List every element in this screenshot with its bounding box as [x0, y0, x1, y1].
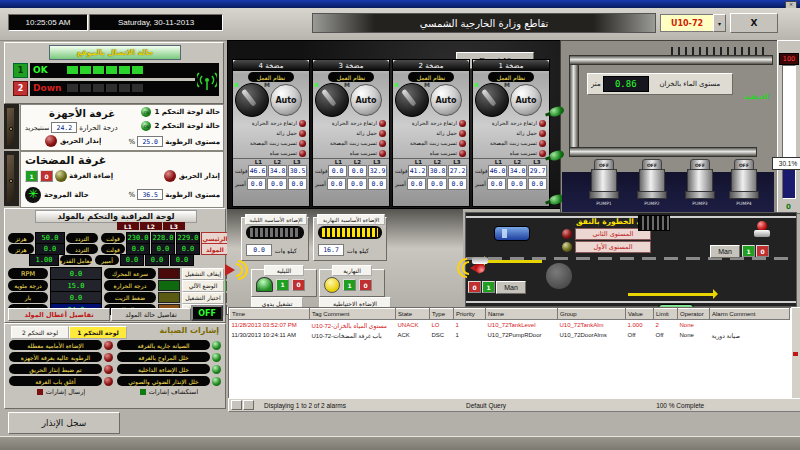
pump-panel-3: مضخة 3 نظام العمل A M Auto ارتفاع درجة ا… — [312, 59, 390, 207]
volt-row-label: فولت — [395, 168, 407, 174]
pump-alarm-led — [299, 120, 306, 127]
pump-amp-l3: 0.0 — [368, 178, 387, 190]
day-on-button[interactable]: 1 — [343, 279, 356, 291]
col-header[interactable]: Tag Comment — [310, 309, 396, 320]
room-temp-row: سنتيجريد 24.2 درجة الحرارة — [25, 122, 118, 133]
siren-off-button[interactable]: 0 — [468, 281, 481, 293]
mode-knob[interactable] — [475, 83, 509, 117]
signal-segment — [132, 66, 143, 74]
gen-volt-unit: فولت — [101, 244, 125, 254]
alarm-table-header: Time Tag Comment State Type Priority Nam… — [230, 309, 790, 320]
night-lighting-meter: الإضاءة الأساسية الليلية 0.0 كيلو وات — [241, 217, 309, 261]
alarm-speaker-icon — [225, 261, 241, 277]
valves-side-label: الحنفية — [744, 93, 769, 101]
pump-panel-1: مضخة 1 نظام العمل A M Auto ارتفاع درجة ا… — [472, 59, 550, 207]
col-header[interactable]: Group — [558, 309, 626, 320]
fire-alarm-row: إنذار الحريق — [45, 135, 101, 147]
tank-level-display: متر 0.86 مستوى الماء بالخزان — [587, 73, 733, 95]
equipment-room-panel: غرفة الأجهزة Ok حالة لوحة التحكم 1 Ok حا… — [20, 104, 224, 151]
col-header[interactable]: Name — [486, 309, 558, 320]
col-header[interactable]: Time — [230, 309, 310, 320]
close-button[interactable]: X — [730, 13, 778, 33]
siren-on-button[interactable]: 1 — [482, 281, 495, 293]
table-scrollbar[interactable] — [791, 307, 800, 399]
pump-alarm-led — [379, 150, 386, 157]
generator-status-button[interactable]: تفاصيل حالة المولد — [111, 308, 191, 321]
auto-button[interactable]: Auto — [350, 84, 382, 116]
auto-button[interactable]: Auto — [430, 84, 462, 116]
night-light-control: الليلية 1 0 — [251, 269, 317, 297]
pump-alarm-label: تسريب زيت المضخة — [330, 140, 377, 146]
generator-off-button[interactable]: OFF — [191, 305, 223, 321]
light-on-button[interactable]: 1 — [25, 170, 38, 182]
mode-knob[interactable] — [315, 83, 349, 117]
siren-on-button[interactable]: 1 — [742, 245, 755, 257]
night-off-button[interactable]: 0 — [292, 279, 305, 291]
gen-freq-unit: هرتز — [8, 244, 34, 254]
unit-dropdown-arrow-icon[interactable]: ▾ — [713, 14, 726, 32]
scrollbar-alarm-mark — [793, 352, 798, 356]
room-light-lamp — [55, 170, 67, 182]
signal-label: خلل الإنذار الضوئي والصوتي — [117, 376, 210, 386]
signal-segment — [106, 84, 117, 92]
auto-button[interactable]: Auto — [270, 84, 302, 116]
col-header[interactable]: State — [396, 309, 430, 320]
siren-off-button[interactable]: 0 — [756, 245, 769, 257]
line2-number: 2 — [13, 81, 28, 96]
signal-led — [212, 377, 221, 386]
temp-value: 24.2 — [51, 122, 77, 133]
alarm-row[interactable]: 11/28/2013 03:52:07 PMU10-72-مستوى الميا… — [230, 320, 790, 331]
pump-title: مضخة 3 — [313, 60, 389, 71]
night-on-button[interactable]: 1 — [276, 279, 289, 291]
traffic-arrow-left-icon — [484, 260, 542, 263]
day-off-button[interactable]: 0 — [359, 279, 372, 291]
statusbar-button[interactable] — [243, 400, 254, 410]
day-light-control: النهارية 1 0 — [319, 269, 385, 297]
tab-control-panel-1[interactable]: لوحة التحكم 1 — [69, 326, 127, 339]
line2-status: Down — [33, 83, 65, 93]
mode-knob[interactable] — [235, 83, 269, 117]
unit-selector[interactable]: U10-72 — [660, 14, 714, 32]
auto-pos-label: A — [394, 81, 399, 88]
pump-alarm-label: حمل زائد — [516, 130, 537, 136]
pump-alarm-label: تسريب مياه — [510, 150, 537, 156]
pump-room-title: غرفة المضخات — [25, 153, 215, 167]
statusbar-button[interactable] — [231, 400, 242, 410]
alarm-log-button[interactable]: سجل الإنذار — [8, 412, 120, 434]
tab-control-panel-2[interactable]: لوحة التحكم 2 — [11, 326, 69, 339]
signal-segment — [119, 66, 130, 74]
col-header[interactable]: Value — [626, 309, 654, 320]
car-icon-blue — [494, 226, 530, 241]
volt-row-label: فولت — [235, 168, 247, 174]
antenna-icon — [195, 63, 219, 96]
light-off-button[interactable]: 0 — [40, 170, 53, 182]
pump-alarm-label: حمل زائد — [356, 130, 377, 136]
pumproom-fire-row: إنذار الحريق — [164, 170, 220, 182]
mode-knob[interactable] — [395, 83, 429, 117]
col-header[interactable]: Limit — [654, 309, 678, 320]
col-header[interactable]: Alarm Comment — [710, 309, 790, 320]
pump-alarm-led — [459, 140, 466, 147]
day-meter-bar — [318, 226, 382, 239]
pump-alarm-led — [459, 150, 466, 157]
signal-segment — [132, 84, 143, 92]
line2-bar: Down — [30, 81, 215, 96]
siren-man-button[interactable]: Man — [710, 245, 740, 258]
signal-led — [104, 365, 113, 374]
scan-signals-column: الصيانة جارية بالغرفة خلل المراوح بالغرف… — [117, 340, 221, 396]
col-header[interactable]: Operator — [678, 309, 710, 320]
connection-row-1: 1 OK — [13, 62, 215, 78]
generator-faults-button[interactable]: تفاصيل أعطال المولد — [8, 308, 110, 321]
auto-button[interactable]: Auto — [510, 84, 542, 116]
col-header[interactable]: Type — [430, 309, 454, 320]
pump-alarm-label: حمل زائد — [276, 130, 297, 136]
pump-amp-l2: 0.0 — [347, 178, 366, 190]
kw-unit-label: كيلو وات — [347, 247, 369, 254]
alarm-row[interactable]: 11/30/2013 10:24:11 AMU10-72-باب غرفة ال… — [230, 330, 790, 340]
phase-l3: L3 — [163, 222, 185, 230]
oil-label: ضغط الزيت — [104, 292, 156, 303]
pump-alarm-led — [379, 140, 386, 147]
col-header[interactable]: Priority — [454, 309, 486, 320]
siren-man-button[interactable]: Man — [496, 281, 526, 294]
date-display: Saturday, 30-11-2013 — [89, 14, 223, 31]
